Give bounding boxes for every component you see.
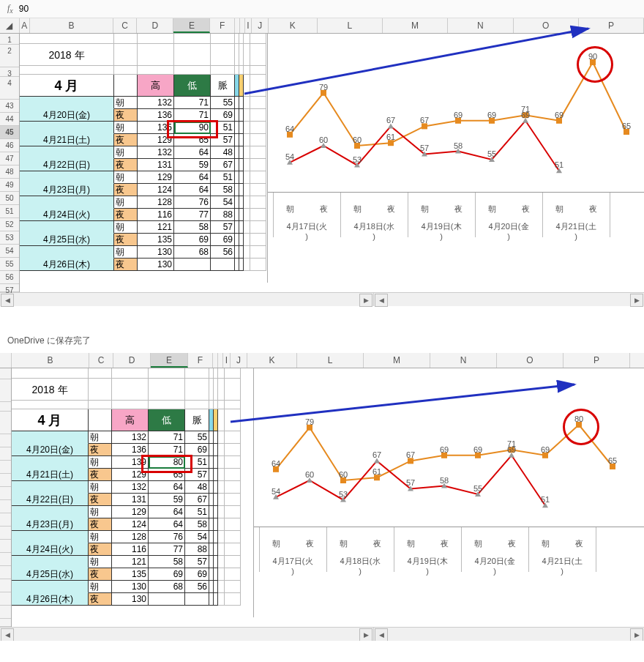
left-grid-top[interactable]: 2018 年4 月高低脈朝13271554月20日(金)夜1367169朝135…	[20, 34, 267, 292]
low-cell[interactable]: 71	[149, 431, 185, 444]
high-cell[interactable]: 131	[112, 494, 149, 506]
pulse-cell[interactable]: 48	[185, 481, 209, 494]
row-hdr[interactable]	[0, 461, 11, 474]
low-cell[interactable]: 64	[174, 184, 211, 196]
pulse-cell[interactable]: 57	[211, 221, 235, 234]
pulse-cell[interactable]: 67	[185, 494, 209, 506]
ampm-cell[interactable]: 夜	[89, 543, 112, 556]
low-cell[interactable]: 76	[149, 531, 185, 543]
ampm-cell[interactable]: 朝	[114, 146, 138, 159]
high-cell[interactable]: 136	[112, 444, 149, 456]
high-cell[interactable]: 116	[112, 543, 149, 556]
col-M[interactable]: M	[383, 18, 448, 33]
high-cell[interactable]: 124	[138, 184, 174, 196]
high-cell[interactable]: 129	[138, 134, 174, 146]
date-cell[interactable]: 4月25日(水)	[20, 234, 114, 246]
col-J[interactable]: J	[252, 18, 269, 33]
pulse-cell[interactable]: 57	[211, 134, 235, 146]
ampm-cell[interactable]: 夜	[114, 134, 138, 146]
pulse-cell[interactable]: 48	[211, 146, 235, 159]
col-I[interactable]: I	[245, 18, 252, 33]
high-cell[interactable]: 130	[138, 259, 174, 271]
row-hdr[interactable]	[0, 474, 11, 487]
row-hdr[interactable]: 50	[0, 192, 19, 205]
pulse-cell[interactable]: 57	[185, 556, 209, 568]
high-cell[interactable]: 135	[138, 234, 174, 246]
date-cell[interactable]: 4月24日(火)	[12, 543, 89, 556]
pulse-cell[interactable]: 69	[211, 234, 235, 246]
high-cell[interactable]: 132	[112, 481, 149, 494]
row-hdr[interactable]: 53	[0, 231, 19, 245]
low-cell[interactable]	[149, 593, 185, 606]
row-hdr[interactable]	[0, 487, 11, 500]
formula-value[interactable]: 90	[19, 4, 29, 14]
col-H[interactable]	[218, 353, 223, 368]
pulse-cell[interactable]	[185, 593, 209, 606]
column-headers-bottom[interactable]: B C D E F I J K L M N O P	[0, 353, 644, 368]
row-hdr[interactable]	[0, 402, 11, 412]
date-cell[interactable]: 4月26日(木)	[12, 593, 89, 606]
high-cell[interactable]: 128	[112, 531, 149, 543]
row-hdr[interactable]: 3	[0, 67, 19, 77]
date-cell[interactable]: 4月23日(月)	[20, 184, 114, 196]
high-cell[interactable]: 121	[138, 221, 174, 234]
col-H[interactable]	[240, 18, 245, 33]
column-headers-top[interactable]: ◢ A B C D E F I J K L M N O P	[0, 18, 644, 34]
date-cell[interactable]: 4月21日(土)	[20, 134, 114, 146]
high-cell[interactable]: 132	[112, 431, 149, 444]
ampm-cell[interactable]: 夜	[114, 209, 138, 221]
ampm-cell[interactable]: 夜	[89, 568, 112, 581]
low-cell[interactable]	[174, 259, 211, 271]
row-hdr[interactable]: 57	[0, 284, 19, 292]
ampm-cell[interactable]: 朝	[114, 246, 138, 259]
pulse-cell[interactable]: 51	[185, 456, 209, 469]
col-B[interactable]: B	[30, 18, 113, 33]
row-headers-bottom[interactable]	[0, 368, 12, 627]
col-D[interactable]: D	[137, 18, 173, 33]
date-cell[interactable]	[12, 481, 89, 494]
low-cell[interactable]: 77	[174, 209, 211, 221]
high-cell[interactable]: 130	[112, 593, 149, 606]
col-L[interactable]: L	[297, 353, 364, 368]
scroll-left-icon[interactable]: ◀	[375, 294, 388, 307]
low-cell[interactable]: 64	[174, 146, 211, 159]
pulse-cell[interactable]: 51	[185, 506, 209, 518]
date-cell[interactable]	[12, 556, 89, 568]
low-cell[interactable]: 68	[174, 246, 211, 259]
date-cell[interactable]	[12, 456, 89, 469]
pulse-cell[interactable]: 57	[185, 469, 209, 481]
date-cell[interactable]	[12, 581, 89, 593]
pulse-cell[interactable]: 69	[185, 444, 209, 456]
low-cell[interactable]: 68	[149, 581, 185, 593]
row-hdr[interactable]: 2	[0, 45, 19, 67]
pulse-cell[interactable]: 88	[185, 543, 209, 556]
row-hdr[interactable]	[0, 553, 11, 566]
date-cell[interactable]: 4月22日(日)	[20, 159, 114, 171]
low-cell[interactable]: 59	[149, 494, 185, 506]
row-hdr[interactable]: 46	[0, 139, 19, 152]
row-hdr[interactable]: 55	[0, 258, 19, 271]
high-cell[interactable]: 121	[112, 556, 149, 568]
ampm-cell[interactable]: 朝	[89, 431, 112, 444]
select-all-corner[interactable]	[0, 353, 12, 368]
high-cell[interactable]: 130	[138, 246, 174, 259]
low-cell[interactable]: 69	[174, 234, 211, 246]
pulse-cell[interactable]	[211, 259, 235, 271]
high-cell[interactable]: 139	[112, 456, 149, 469]
row-hdr[interactable]	[0, 579, 11, 592]
date-cell[interactable]: 4月21日(土)	[12, 469, 89, 481]
date-cell[interactable]	[20, 122, 114, 134]
low-cell[interactable]: 71	[174, 109, 211, 122]
left-grid-bottom[interactable]: 2018 年4 月高低脈朝13271554月20日(金)夜1367169朝139…	[12, 368, 253, 627]
col-G[interactable]	[213, 353, 218, 368]
row-headers-top[interactable]: 1 2 3 4 43 44 45 46 47 48 49 50 51 52 53…	[0, 34, 20, 292]
date-cell[interactable]	[20, 97, 114, 109]
ampm-cell[interactable]: 夜	[89, 593, 112, 606]
high-cell[interactable]: 132	[138, 97, 174, 109]
date-cell[interactable]: 4月26日(木)	[20, 259, 114, 271]
row-hdr[interactable]	[0, 606, 11, 619]
date-cell[interactable]: 4月22日(日)	[12, 494, 89, 506]
ampm-cell[interactable]: 朝	[114, 122, 138, 134]
scroll-left-icon[interactable]: ◀	[1, 294, 14, 307]
pulse-cell[interactable]: 69	[211, 109, 235, 122]
